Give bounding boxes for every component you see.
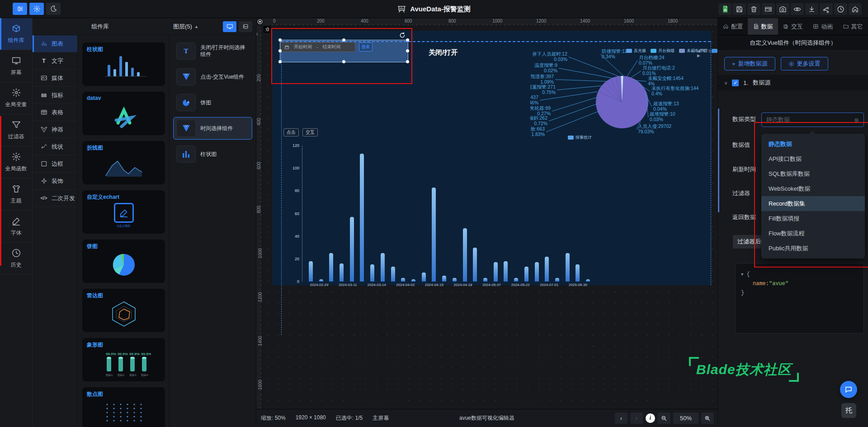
download-icon[interactable] [805, 3, 818, 15]
bar-8[interactable] [381, 253, 385, 282]
bar-28[interactable] [586, 279, 590, 282]
bar-12[interactable] [422, 272, 426, 282]
time-picker-component[interactable]: 开始时间 - 结束时间 搜索 [280, 40, 408, 62]
gear-icon[interactable] [29, 3, 44, 15]
bar-11[interactable] [411, 279, 415, 282]
category-tab-5[interactable]: 表格 [33, 104, 77, 121]
sliders-icon[interactable] [13, 3, 27, 15]
info-button[interactable]: i [646, 413, 655, 423]
bar-1[interactable] [309, 261, 313, 282]
dropdown-option-7[interactable]: Flow数据流程 [761, 226, 865, 241]
bar-17[interactable] [473, 248, 477, 282]
redo-button[interactable]: › [630, 413, 643, 424]
trash-icon[interactable] [747, 3, 760, 15]
ruler-crosshair-icon[interactable] [257, 19, 263, 25]
layer-item-1[interactable]: T关闭/打开时间选择组件 [173, 40, 252, 62]
rotate-handle-icon[interactable] [399, 32, 406, 39]
rail-item-7[interactable]: 字体 [0, 211, 32, 243]
dropdown-option-6[interactable]: Fill数据填报 [761, 211, 865, 226]
data-view-toggle[interactable] [239, 21, 252, 32]
panel-tab-4[interactable]: 动画 [808, 18, 838, 35]
bar-23[interactable] [535, 262, 539, 282]
bar-2[interactable] [319, 279, 323, 282]
zoom-out-button[interactable] [658, 413, 670, 424]
pie-legend-item-2[interactable]: 月台抽烟 [651, 48, 675, 54]
rail-item-6[interactable]: 主题 [0, 178, 32, 211]
add-datasource-button[interactable]: +新增数据源 [724, 57, 775, 70]
snapshot-icon[interactable] [776, 3, 789, 15]
undo-button[interactable]: ‹ [615, 413, 627, 424]
resize-handle[interactable] [406, 49, 409, 52]
bar-4[interactable] [340, 263, 344, 282]
panel-scrollbar[interactable] [718, 108, 719, 212]
panel-tab-5[interactable]: 其它 [838, 18, 868, 35]
component-card-echart[interactable]: 自定义echart自定义图表 [82, 190, 165, 234]
zoom-value[interactable]: 50% [673, 413, 698, 424]
category-tab-9[interactable]: 装饰 [33, 173, 77, 190]
datasource-checkbox[interactable]: ✓ [732, 80, 739, 86]
bar-6[interactable] [360, 154, 364, 282]
bar-chart[interactable]: 报警统计1201008060402002024-02-292024-03-112… [280, 134, 597, 290]
resize-handle[interactable] [342, 60, 345, 63]
preview-eye-icon[interactable] [791, 3, 804, 15]
rail-item-1[interactable]: 组件库 [0, 18, 32, 50]
layers-header[interactable]: 图层(5) ▲ [170, 18, 256, 35]
resize-handle[interactable] [406, 38, 409, 42]
card-icon[interactable] [762, 3, 775, 15]
bar-14[interactable] [442, 276, 446, 282]
category-tab-8[interactable]: 边框 [33, 155, 77, 173]
panel-tab-3[interactable]: 交互 [778, 18, 808, 35]
bar-5[interactable] [350, 217, 354, 282]
category-tab-4[interactable]: 88指标 [33, 87, 77, 104]
moon-icon[interactable] [46, 3, 61, 15]
component-card-datav[interactable]: datav [82, 92, 165, 135]
pie-legend-item-1[interactable]: 反光服 [626, 48, 646, 54]
bar-26[interactable] [566, 253, 570, 282]
category-tab-1[interactable]: 图表 [33, 35, 77, 52]
pie-legend-pager[interactable]: ◀ 1/5 ▶ [697, 49, 717, 58]
component-card-line[interactable]: 折线图 [82, 141, 165, 184]
bar-24[interactable] [545, 257, 549, 282]
export-file-icon[interactable] [718, 3, 731, 15]
home-icon[interactable] [849, 3, 862, 15]
resize-handle[interactable] [278, 60, 282, 63]
rail-item-2[interactable]: 屏幕 [0, 50, 32, 82]
bar-15[interactable] [453, 278, 457, 282]
category-tab-10[interactable]: </>二次开发 [33, 190, 77, 207]
bar-legend[interactable]: 报警统计 [568, 135, 592, 141]
workspace[interactable]: 开始时间 - 结束时间 搜索 关闭/打开 反光服月台抽烟未戴电焊帽月台接打电话防… [262, 26, 717, 409]
bar-19[interactable] [494, 262, 498, 282]
layer-item-3[interactable]: 饼图 [173, 91, 252, 114]
component-card-picto[interactable]: 象形图99.9%指标199.9%指标299.9%指标399.9%指标4 [82, 338, 165, 381]
dropdown-option-8[interactable]: Public共用数据 [761, 241, 865, 256]
bar-21[interactable] [514, 278, 518, 282]
category-tab-3[interactable]: 媒体 [33, 70, 77, 87]
bar-27[interactable] [576, 264, 580, 282]
resize-handle[interactable] [278, 49, 282, 52]
bar-13[interactable] [432, 188, 436, 282]
component-card-scatter[interactable]: 散点图 [82, 387, 165, 427]
save-icon[interactable] [733, 3, 746, 15]
dropdown-option-2[interactable]: API接口数据 [761, 151, 865, 166]
bar-3[interactable] [329, 253, 333, 282]
resize-handle[interactable] [342, 38, 345, 42]
history-clock-icon[interactable] [834, 3, 847, 15]
category-tab-2[interactable]: T文字 [33, 52, 77, 70]
bar-22[interactable] [524, 267, 528, 282]
dropdown-option-1[interactable]: 静态数据 [761, 136, 865, 151]
date-range-input[interactable]: 开始时间 - 结束时间 [280, 42, 355, 52]
layer-item-4[interactable]: 时间选择组件 [173, 117, 252, 140]
json-preview[interactable]: ▼ { name:"avue" } [735, 263, 864, 333]
toggle-text-component[interactable]: 关闭/打开 [429, 48, 458, 57]
collapse-caret-icon[interactable]: ▲ [194, 24, 198, 29]
bar-9[interactable] [391, 267, 395, 282]
category-tab-6[interactable]: 神器 [33, 121, 77, 138]
resize-handle[interactable] [278, 38, 282, 42]
dropdown-option-3[interactable]: SQL数据库数据 [761, 166, 865, 181]
zoom-in-button[interactable] [701, 413, 714, 424]
bar-7[interactable] [370, 264, 374, 282]
dropdown-option-5[interactable]: Record数据集 [761, 196, 865, 211]
component-card-pie[interactable]: 饼图 [82, 239, 165, 283]
screen-name[interactable]: 主屏幕 [373, 414, 389, 422]
share-icon[interactable] [820, 3, 833, 15]
